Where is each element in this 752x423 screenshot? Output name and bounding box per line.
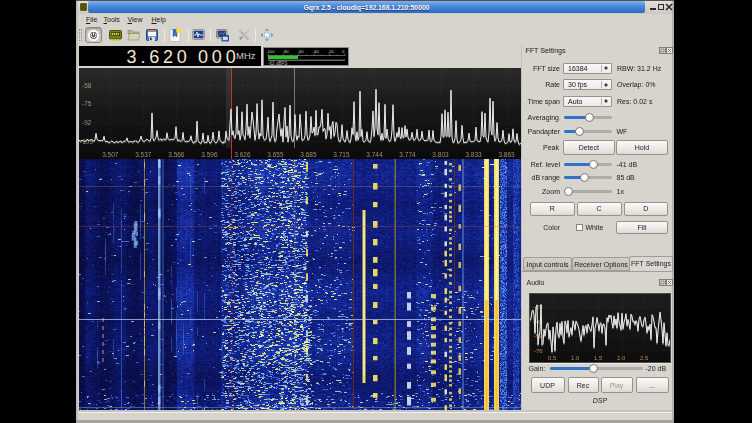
svg-text:-100: -100 xyxy=(266,49,275,54)
svg-text:-80: -80 xyxy=(283,49,290,54)
svg-text:-62 dBFS: -62 dBFS xyxy=(268,61,287,65)
svg-text:-40: -40 xyxy=(313,49,320,54)
svg-text:-60: -60 xyxy=(298,49,305,54)
svg-text:0: 0 xyxy=(342,49,345,54)
svg-text:-20: -20 xyxy=(328,49,335,54)
